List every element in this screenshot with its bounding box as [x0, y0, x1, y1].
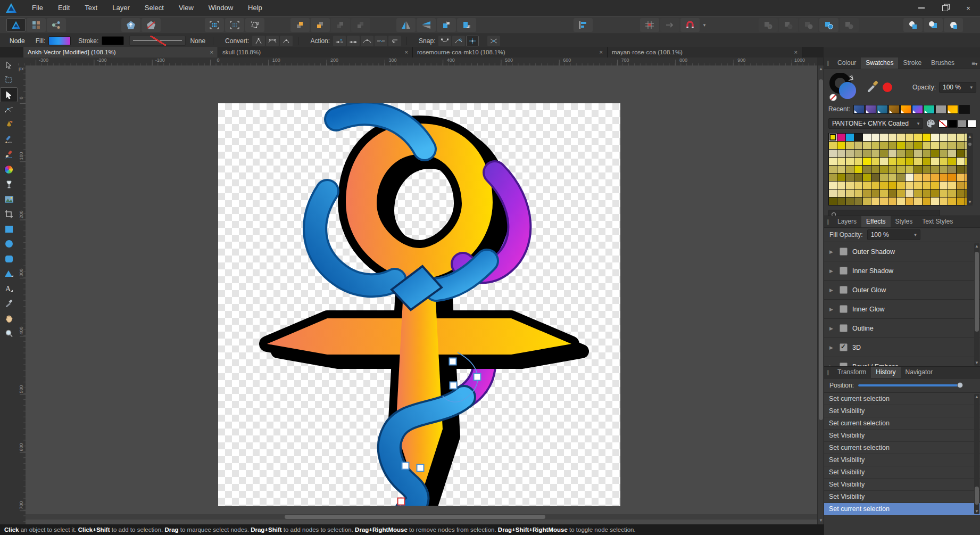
move-tool[interactable]: [0, 57, 18, 72]
select-all-nodes-icon[interactable]: [205, 18, 224, 32]
swatch-cell[interactable]: [880, 150, 888, 157]
swatch-cell[interactable]: [948, 150, 956, 157]
effect-row[interactable]: ▶ Inner Glow: [824, 300, 980, 319]
swatch-cell[interactable]: [897, 158, 905, 165]
rotate-cw-icon[interactable]: [457, 18, 476, 32]
swatch-cell[interactable]: [923, 190, 931, 197]
swatch-cell[interactable]: [863, 158, 871, 165]
history-item[interactable]: Set current selection: [824, 393, 980, 405]
menu-item[interactable]: Edit: [51, 0, 77, 16]
effect-row[interactable]: ▶ Inner Shadow: [824, 261, 980, 281]
recent-swatch[interactable]: [924, 105, 935, 114]
recent-swatch[interactable]: [888, 105, 900, 114]
tab-close-icon[interactable]: ×: [207, 49, 213, 55]
expand-icon[interactable]: ▶: [829, 326, 835, 331]
swatch-cell[interactable]: [906, 166, 913, 173]
swatch-cell[interactable]: [837, 142, 845, 149]
menu-item[interactable]: Text: [77, 0, 105, 16]
scroll-thumb[interactable]: [975, 252, 979, 332]
swatch-cell[interactable]: [940, 142, 948, 149]
swatch-cell[interactable]: [871, 166, 879, 173]
insert-on-top-icon[interactable]: [903, 18, 923, 32]
convert-smart-icon[interactable]: [280, 36, 293, 46]
swatch-cell[interactable]: [897, 197, 905, 205]
swatch-cell[interactable]: [957, 190, 965, 197]
swatch-cell[interactable]: [948, 174, 956, 181]
swatch-cell[interactable]: [829, 166, 837, 173]
swatch-cell[interactable]: [931, 134, 939, 141]
expand-icon[interactable]: ▶: [829, 345, 835, 350]
recent-swatch[interactable]: [947, 105, 958, 114]
effect-checkbox[interactable]: [840, 267, 848, 275]
swatch-cell[interactable]: [871, 142, 879, 149]
history-scrollbar[interactable]: ▲ ▼: [974, 394, 979, 514]
swatch-cell[interactable]: [829, 158, 837, 165]
swatch-cell[interactable]: [880, 197, 888, 205]
swatch-cell[interactable]: [914, 182, 922, 189]
swatch-cell[interactable]: [837, 166, 845, 173]
scroll-down-icon[interactable]: ▼: [967, 200, 973, 204]
swatch-cell[interactable]: [931, 190, 939, 197]
swatch-cell[interactable]: [837, 197, 845, 205]
swatch-cell[interactable]: [948, 182, 956, 189]
swatch-cell[interactable]: [897, 134, 905, 141]
swatch-cell[interactable]: [863, 166, 871, 173]
history-item[interactable]: Set Visibility: [824, 430, 980, 442]
convert-sharp-icon[interactable]: [252, 36, 265, 46]
swatch-cell[interactable]: [888, 158, 896, 165]
effect-checkbox[interactable]: [840, 305, 848, 313]
swatch-cell[interactable]: [906, 190, 913, 197]
boolean-combine-icon[interactable]: [840, 18, 859, 32]
palette-dropdown[interactable]: PANTONE+ CMYK Coated ▾: [828, 118, 923, 129]
swatch-cell[interactable]: [863, 174, 871, 181]
quick-swatch[interactable]: [967, 120, 976, 128]
quick-swatch[interactable]: [958, 120, 967, 128]
swatch-cell[interactable]: [888, 174, 896, 181]
swatch-cell[interactable]: [906, 174, 913, 181]
recent-swatch[interactable]: [853, 105, 865, 114]
snap-to-shape-off-icon[interactable]: [142, 18, 161, 32]
swatch-cell[interactable]: [923, 142, 931, 149]
history-item[interactable]: Set current selection: [824, 417, 980, 430]
swatch-cell[interactable]: [957, 142, 965, 149]
swatch-cell[interactable]: [829, 134, 837, 141]
swatch-cell[interactable]: [923, 182, 931, 189]
swatch-cell[interactable]: [923, 150, 931, 157]
swatch-cell[interactable]: [829, 174, 837, 181]
fill-tool[interactable]: [0, 162, 18, 177]
menu-item[interactable]: File: [24, 0, 51, 16]
swatch-cell[interactable]: [846, 174, 854, 181]
swatch-cell[interactable]: [914, 197, 922, 205]
swatch-cell[interactable]: [837, 190, 845, 197]
swatch-cell[interactable]: [940, 166, 948, 173]
history-item[interactable]: Set current selection: [824, 503, 980, 515]
artistic-text-tool[interactable]: A: [0, 281, 18, 296]
swatch-cell[interactable]: [846, 166, 854, 173]
transform-selection-icon[interactable]: [245, 18, 264, 32]
scroll-up-icon[interactable]: ▲: [974, 244, 979, 249]
swatch-cell[interactable]: [957, 134, 965, 141]
scroll-up-icon[interactable]: ▲: [974, 394, 979, 399]
swatch-cell[interactable]: [940, 158, 948, 165]
swatch-cell[interactable]: [888, 197, 896, 205]
menu-item[interactable]: Help: [240, 0, 270, 16]
fill-opacity-dropdown[interactable]: 100 % ▾: [867, 229, 920, 240]
effects-scrollbar[interactable]: ▲ ▼: [974, 243, 979, 366]
swatch-cell[interactable]: [854, 142, 862, 149]
swatch-cell[interactable]: [906, 134, 913, 141]
menu-item[interactable]: Layer: [105, 0, 137, 16]
menu-item[interactable]: Select: [137, 0, 171, 16]
scroll-down-icon[interactable]: ▼: [974, 360, 979, 365]
swatch-cell[interactable]: [880, 182, 888, 189]
panel-grip-icon[interactable]: ∥: [827, 369, 829, 375]
swatch-cell[interactable]: [880, 134, 888, 141]
panel-tab[interactable]: Colour: [833, 57, 861, 69]
designer-persona-icon[interactable]: [6, 18, 26, 32]
swatch-cell[interactable]: [957, 174, 965, 181]
swatch-cell[interactable]: [931, 158, 939, 165]
horizontal-ruler[interactable]: -300-200-1000100200300400500600700800900…: [18, 57, 817, 66]
swatch-cell[interactable]: [871, 134, 879, 141]
snap-alignment-icon[interactable]: [466, 36, 479, 46]
boolean-subtract-icon[interactable]: −: [779, 18, 798, 32]
swatch-cell[interactable]: [948, 158, 956, 165]
